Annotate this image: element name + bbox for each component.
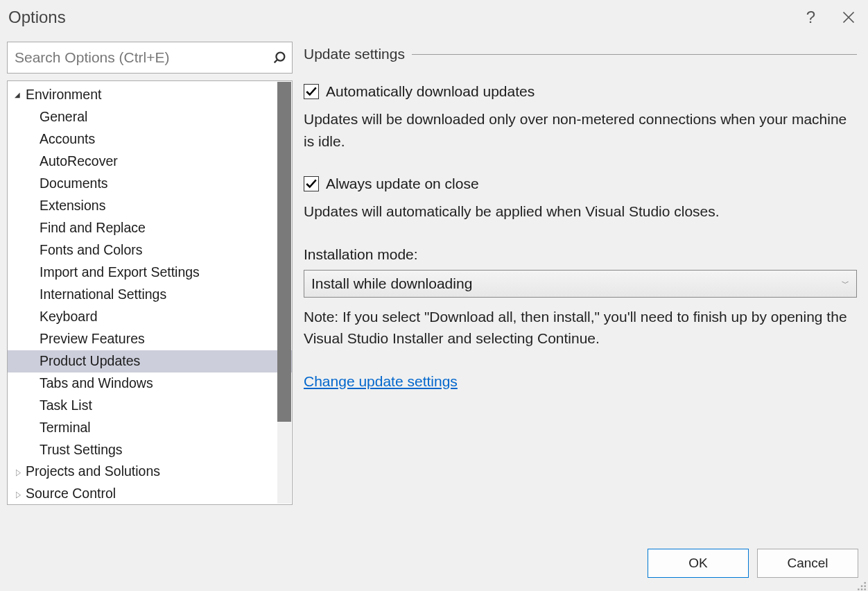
resize-grip-icon[interactable] <box>857 580 867 590</box>
tree-item[interactable]: General <box>8 106 292 128</box>
tree-scrollbar-thumb[interactable] <box>277 82 291 422</box>
update-on-close-checkbox[interactable]: Always update on close <box>304 175 857 192</box>
tree-item[interactable]: Extensions <box>8 195 292 217</box>
svg-rect-6 <box>858 589 859 590</box>
settings-panel: Update settings Automatically download u… <box>304 42 861 544</box>
chevron-right-icon: ▷ <box>16 465 23 479</box>
tree-item-label: Keyboard <box>40 306 97 328</box>
content-area: ◢EnvironmentGeneralAccountsAutoRecoverDo… <box>0 35 868 544</box>
checkbox-icon <box>304 176 319 191</box>
tree-scrollbar[interactable] <box>277 82 291 504</box>
checkbox-icon <box>304 84 319 99</box>
tree-item-label: Accounts <box>40 128 95 151</box>
auto-download-block: Automatically download updates Updates w… <box>304 83 857 152</box>
dialog-footer: OK Cancel <box>0 544 868 591</box>
tree-item[interactable]: Preview Features <box>8 328 292 350</box>
search-wrap <box>7 42 293 74</box>
install-mode-note: Note: If you select "Download all, then … <box>304 306 857 350</box>
svg-rect-2 <box>865 585 866 587</box>
options-tree: ◢EnvironmentGeneralAccountsAutoRecoverDo… <box>7 80 293 505</box>
tree-item-label: Documents <box>40 173 108 195</box>
section-title: Update settings <box>304 46 405 62</box>
tree-item[interactable]: Tabs and Windows <box>8 372 292 395</box>
svg-rect-1 <box>865 582 866 583</box>
tree-item[interactable]: Documents <box>8 173 292 195</box>
tree-item[interactable]: Accounts <box>8 128 292 151</box>
chevron-down-icon: ◢ <box>15 89 24 101</box>
tree-item-label: AutoRecover <box>40 151 118 173</box>
titlebar-controls: ? <box>806 8 856 27</box>
tree-item[interactable]: Task List <box>8 395 292 417</box>
auto-download-label: Automatically download updates <box>326 83 535 100</box>
tree-item-label: Trust Settings <box>40 439 123 461</box>
update-on-close-desc: Updates will automatically be applied wh… <box>304 200 857 223</box>
tree-item-label: Fonts and Colors <box>40 239 143 262</box>
options-dialog: Options ? ◢EnvironmentGeneralAccountsAut… <box>0 0 868 591</box>
tree-item[interactable]: Product Updates <box>8 350 292 372</box>
install-mode-block: Installation mode: Install while downloa… <box>304 246 857 350</box>
link-block: Change update settings <box>304 373 857 390</box>
install-mode-value: Install while downloading <box>311 275 472 292</box>
search-input[interactable] <box>7 42 293 74</box>
titlebar: Options ? <box>0 0 868 35</box>
tree-item-label: Projects and Solutions <box>26 461 160 483</box>
svg-rect-4 <box>865 589 866 590</box>
install-mode-combo[interactable]: Install while downloading ﹀ <box>304 270 857 298</box>
tree-item[interactable]: Find and Replace <box>8 217 292 239</box>
tree-item-label: Environment <box>26 84 101 106</box>
svg-point-0 <box>276 53 284 61</box>
chevron-down-icon: ﹀ <box>842 278 849 289</box>
close-icon[interactable] <box>842 10 856 24</box>
svg-rect-3 <box>861 585 862 587</box>
tree-item-label: Import and Export Settings <box>40 262 200 284</box>
update-on-close-label: Always update on close <box>326 175 479 192</box>
tree-category[interactable]: ▷Projects and Solutions <box>8 461 292 483</box>
left-pane: ◢EnvironmentGeneralAccountsAutoRecoverDo… <box>7 42 293 544</box>
chevron-right-icon: ▷ <box>16 487 23 502</box>
tree-item[interactable]: Terminal <box>8 417 292 439</box>
search-icon[interactable] <box>272 50 287 65</box>
update-on-close-block: Always update on close Updates will auto… <box>304 175 857 223</box>
auto-download-desc: Updates will be downloaded only over non… <box>304 108 857 152</box>
tree-item-label: International Settings <box>40 284 166 306</box>
cancel-button[interactable]: Cancel <box>757 549 858 578</box>
tree-item[interactable]: International Settings <box>8 284 292 306</box>
auto-download-checkbox[interactable]: Automatically download updates <box>304 83 857 100</box>
tree-item-label: Find and Replace <box>40 217 146 239</box>
help-icon[interactable]: ? <box>806 8 815 27</box>
tree-item-label: Terminal <box>40 417 91 439</box>
tree-item-label: Preview Features <box>40 328 145 350</box>
tree-item-label: Extensions <box>40 195 105 217</box>
tree-item[interactable]: AutoRecover <box>8 151 292 173</box>
tree-item-label: Source Control <box>26 483 116 505</box>
tree-item[interactable]: Trust Settings <box>8 439 292 461</box>
tree-item[interactable]: Import and Export Settings <box>8 262 292 284</box>
tree-category[interactable]: ◢Environment <box>8 84 292 106</box>
section-divider <box>412 54 857 55</box>
tree-item[interactable]: Fonts and Colors <box>8 239 292 262</box>
tree-item-label: General <box>40 106 87 128</box>
tree-item-label: Product Updates <box>40 350 140 372</box>
tree-item[interactable]: Keyboard <box>8 306 292 328</box>
tree-item-label: Task List <box>40 395 92 417</box>
install-mode-label: Installation mode: <box>304 246 857 263</box>
tree-item-label: Tabs and Windows <box>40 372 153 395</box>
section-header: Update settings <box>304 46 857 62</box>
tree-category[interactable]: ▷Source Control <box>8 483 292 505</box>
dialog-title: Options <box>8 8 66 27</box>
change-update-settings-link[interactable]: Change update settings <box>304 373 458 389</box>
svg-rect-5 <box>861 589 862 590</box>
ok-button[interactable]: OK <box>648 549 749 578</box>
